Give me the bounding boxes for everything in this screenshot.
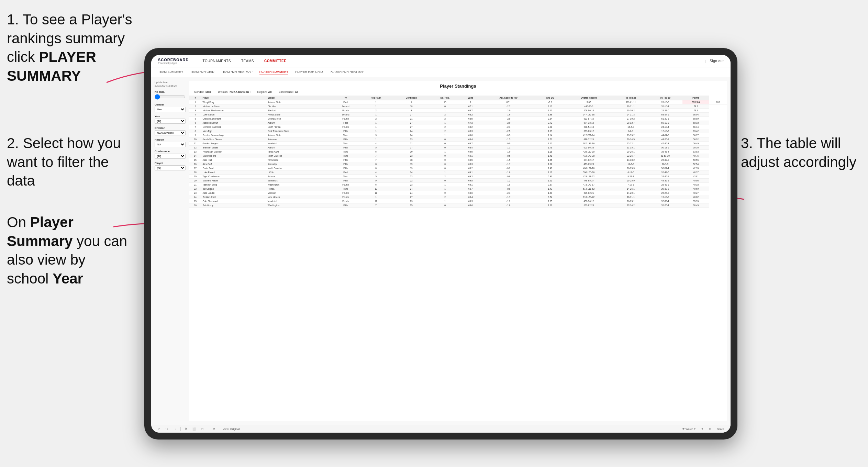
filter-no-rds-slider[interactable] — [155, 94, 186, 100]
toolbar-export-btn[interactable]: ⬆ — [700, 427, 705, 431]
table-cell: 49-35-9 — [648, 179, 682, 183]
toolbar-grid-btn[interactable]: ⊞ — [708, 427, 713, 431]
table-cell: 23 — [393, 137, 430, 142]
table-cell: Kentucky — [267, 162, 332, 166]
table-cell: 19 — [393, 162, 430, 166]
filter-division-label: Division — [155, 126, 186, 130]
subnav-team-h2h-heatmap[interactable]: TEAM H2H HEATMAP — [221, 69, 253, 75]
nav-sign-out[interactable]: Sign out — [710, 59, 724, 63]
table-cell: Jake Hall — [202, 158, 267, 162]
filter-gender-select[interactable]: Men Women — [155, 107, 186, 112]
table-filter-division-label: Division: — [218, 90, 228, 93]
table-cell: 509-82-21 — [564, 191, 613, 195]
table-cell: 1 — [359, 113, 393, 117]
subnav-team-summary[interactable]: TEAM SUMMARY — [158, 69, 183, 75]
table-cell: 26-25-3 — [614, 166, 648, 170]
table-cell: 607-63-12 — [564, 129, 613, 133]
filter-year-select[interactable]: (All) First Second Third Fourth Fifth — [155, 119, 186, 124]
filter-year: Year (All) First Second Third Fourth Fif… — [155, 115, 186, 124]
table-row: 20Matthew RiedelVanderbiltFifth922069.8-… — [189, 179, 727, 183]
table-cell: Third — [332, 142, 359, 146]
toolbar-clock[interactable]: ⏱ — [211, 427, 216, 431]
table-cell: 2 — [430, 125, 460, 129]
table-cell: 11 — [359, 191, 393, 195]
table-cell: 27-10-2 — [614, 117, 648, 121]
table-cell: 57-23-0 — [682, 100, 710, 104]
table-cell: 18 — [393, 104, 430, 109]
filter-division-select[interactable]: NCAA Division I NCAA Division II — [155, 130, 186, 135]
table-row: 1Wenyi DingArizona StateFirst1115167.1-3… — [189, 100, 727, 104]
filter-player-select[interactable]: (All) — [155, 165, 186, 170]
subnav-player-h2h-heatmap[interactable]: PLAYER H2H HEATMAP — [330, 69, 364, 75]
toolbar-forward[interactable]: → — [172, 427, 178, 431]
table-title: Player Standings — [189, 81, 727, 90]
subnav-player-summary[interactable]: PLAYER SUMMARY — [259, 69, 288, 75]
table-cell: Fifth — [332, 203, 359, 208]
table-header-row: # Player School Yr Reg Rank Conf Rank No… — [189, 96, 727, 100]
subnav-team-h2h-grid[interactable]: TEAM H2H GRID — [190, 69, 214, 75]
table-cell: 69.1 — [460, 183, 481, 187]
tablet-screen: SCOREBOARD Powered by dippd TOURNAMENTS … — [151, 55, 731, 433]
table-body: 1Wenyi DingArizona StateFirst1115167.1-3… — [189, 100, 727, 208]
table-cell: Christo Lamprecht — [202, 117, 267, 121]
toolbar-undo[interactable]: ↩ — [156, 427, 162, 431]
table-cell: 24 — [189, 195, 202, 199]
toolbar-share-btn[interactable]: Share — [715, 427, 725, 431]
table-cell: -0.5 — [481, 154, 536, 158]
table-cell: 23 — [393, 175, 430, 179]
table-cell: 1 — [430, 121, 460, 125]
filter-conference-select[interactable]: (All) — [155, 154, 186, 159]
table-cell: 88.2 — [709, 100, 727, 104]
table-cell: 1 — [430, 109, 460, 113]
table-cell: 387-133-16 — [564, 142, 613, 146]
table-cell: 22 — [393, 179, 430, 183]
table-cell: Brendan Valdes — [202, 146, 267, 150]
table-cell: Jack Lundin — [202, 191, 267, 195]
table-cell: 68.6 — [460, 191, 481, 195]
table-cell: 24 — [393, 129, 430, 133]
table-row: 11Gordon SargentVanderbiltThird421068.7-… — [189, 142, 727, 146]
toolbar-cut[interactable]: ✂ — [200, 427, 205, 431]
table-cell: Florida State — [267, 113, 332, 117]
nav-item-teams[interactable]: TEAMS — [241, 59, 254, 63]
th-conf-rank: Conf Rank — [393, 96, 430, 100]
table-row: 16Alex GoffKentuckyFifth819068.3-1.71.92… — [189, 162, 727, 166]
table-row: 24Bastian AmatNew MexicoFourth127269.4-1… — [189, 195, 727, 199]
table-cell: 3 — [359, 133, 393, 137]
table-cell: 452-96-12 — [564, 199, 613, 203]
nav-pipe: | — [705, 59, 706, 63]
table-cell: 25-42-9 — [648, 183, 682, 187]
table-cell: East Tennessee State — [267, 129, 332, 133]
table-cell: 2.72 — [536, 121, 564, 125]
table-cell: -2.0 — [481, 121, 536, 125]
table-cell: 258-96-13 — [564, 109, 613, 113]
filter-conference-label: Conference — [155, 150, 186, 153]
filter-gender: Gender Men Women — [155, 103, 186, 112]
table-cell: Vanderbilt — [267, 142, 332, 146]
table-cell: Jackson Koivun — [202, 121, 267, 125]
table-cell: 38.45 — [682, 203, 710, 208]
table-cell: 1.47 — [536, 166, 564, 170]
table-cell: Second — [332, 104, 359, 109]
table-cell: 19-11-1 — [614, 104, 648, 109]
th-points: Points — [682, 96, 710, 100]
table-cell: 69.2 — [460, 175, 481, 179]
table-cell: 1.47 — [536, 109, 564, 113]
table-cell: 1.43 — [536, 187, 564, 191]
nav-item-tournaments[interactable]: TOURNAMENTS — [202, 59, 231, 63]
table-cell: Fifth — [332, 158, 359, 162]
table-cell: 1.15 — [536, 150, 564, 154]
table-cell: 69.4 — [460, 195, 481, 199]
table-cell: 14 — [189, 154, 202, 158]
nav-item-committee[interactable]: COMMITTEE — [264, 59, 287, 63]
table-cell: 24-10-4 — [648, 125, 682, 129]
filter-region-select[interactable]: N/A All — [155, 142, 186, 147]
subnav-player-h2h-grid[interactable]: PLAYER H2H GRID — [295, 69, 323, 75]
filter-no-rds: No Rds. — [155, 90, 186, 100]
toolbar-redo[interactable]: ↪ — [164, 427, 169, 431]
toolbar-watch-btn[interactable]: 👁 Watch ▾ — [681, 427, 697, 431]
toolbar-copy[interactable]: ⧉ — [183, 426, 188, 431]
table-filter-row: Gender: Men Division: NCAA Division I Re… — [189, 90, 727, 96]
table-cell: 67.1 — [460, 104, 481, 109]
toolbar-paste[interactable]: ⬜ — [191, 427, 197, 431]
